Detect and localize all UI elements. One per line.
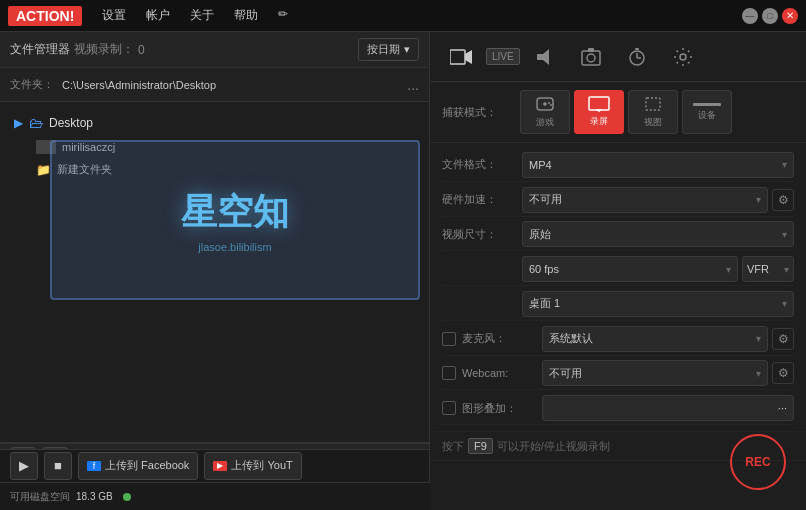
mode-screen[interactable]: 录屏 (574, 90, 624, 134)
mic-dropdown[interactable]: 系统默认 ▾ (542, 326, 768, 352)
nav-account[interactable]: 帐户 (146, 7, 170, 24)
hardware-accel-gear[interactable]: ⚙ (772, 189, 794, 211)
left-toolbar: 文件管理器 视频录制： 0 按日期 ▾ (0, 32, 429, 68)
nav-about[interactable]: 关于 (190, 7, 214, 24)
svg-point-16 (548, 102, 550, 104)
svg-rect-5 (582, 51, 600, 65)
nav-help[interactable]: 帮助 (234, 7, 258, 24)
overlay-checkbox[interactable] (442, 401, 456, 415)
display-arrow: ▾ (782, 298, 787, 309)
audio-tab[interactable] (524, 38, 566, 76)
webcam-checkbox-row: Webcam: (442, 366, 542, 380)
capture-mode-section: 捕获模式： 游戏 (430, 82, 806, 143)
svg-rect-18 (589, 97, 609, 110)
file-format-dropdown[interactable]: MP4 ▾ (522, 152, 794, 178)
minimize-button[interactable]: — (742, 8, 758, 24)
video-resolution-text: 原始 (529, 227, 551, 242)
disk-space: 可用磁盘空间 18.3 GB (0, 482, 430, 510)
video-resolution-row: 视频尺寸： 原始 ▾ (442, 219, 794, 252)
fps-arrow: ▾ (726, 264, 731, 275)
hardware-accel-dropdown[interactable]: 不可用 ▾ (522, 187, 768, 213)
hardware-accel-value: 不可用 ▾ ⚙ (522, 187, 794, 213)
mode-region-label: 视图 (644, 116, 662, 129)
webcam-checkbox[interactable] (442, 366, 456, 380)
facebook-upload-button[interactable]: f 上传到 Facebook (78, 452, 198, 480)
folder-path: C:\Users\Administrator\Desktop (62, 79, 399, 91)
vfr-arrow: ▾ (784, 264, 789, 275)
mode-region[interactable]: 视图 (628, 90, 678, 134)
video-record-tab[interactable] (440, 38, 482, 76)
device-line-icon (693, 103, 721, 106)
overlay-label: 图形叠加： (462, 401, 542, 416)
sort-button[interactable]: 按日期 ▾ (358, 38, 419, 61)
youtube-label: 上传到 YouT (231, 458, 292, 473)
video-resolution-dropdown[interactable]: 原始 ▾ (522, 221, 794, 247)
hardware-accel-label: 硬件加速： (442, 192, 522, 207)
stop-button[interactable]: ■ (44, 452, 72, 480)
webcam-row: Webcam: 不可用 ▾ ⚙ (442, 358, 794, 391)
path-more-button[interactable]: ... (407, 77, 419, 93)
mode-game[interactable]: 游戏 (520, 90, 570, 134)
live-badge[interactable]: LIVE (486, 48, 520, 65)
nav-menu: 设置 帐户 关于 帮助 ✏ (102, 7, 742, 24)
screenshot-tab[interactable] (570, 38, 612, 76)
subfolder-icon: 📁 (36, 163, 51, 177)
svg-rect-7 (588, 48, 594, 52)
media-bar: ▶ ■ f 上传到 Facebook ▶ 上传到 YouT (0, 449, 429, 483)
rec-label: REC (745, 455, 770, 469)
title-bar: ACTION! 设置 帐户 关于 帮助 ✏ — □ ✕ (0, 0, 806, 32)
svg-marker-3 (465, 50, 472, 64)
mic-gear[interactable]: ⚙ (772, 328, 794, 350)
mic-checkbox[interactable] (442, 332, 456, 346)
vfr-dropdown[interactable]: VFR ▾ (742, 256, 794, 282)
timer-tab[interactable] (616, 38, 658, 76)
facebook-icon: f (87, 461, 101, 471)
folder-arrow-icon: ▶ (14, 116, 23, 130)
facebook-f: f (87, 461, 101, 471)
close-button[interactable]: ✕ (782, 8, 798, 24)
sort-arrow-icon: ▾ (404, 43, 410, 56)
video-count-label: 视频录制： (74, 41, 134, 58)
settings-tab[interactable] (662, 38, 704, 76)
webcam-dropdown[interactable]: 不可用 ▾ (542, 360, 768, 386)
mode-device[interactable]: 设备 (682, 90, 732, 134)
hw-accel-arrow: ▾ (756, 194, 761, 205)
maximize-button[interactable]: □ (762, 8, 778, 24)
hotkey-prefix: 按下 (442, 439, 464, 454)
folder-desktop-label: Desktop (49, 116, 93, 130)
youtube-upload-button[interactable]: ▶ 上传到 YouT (204, 452, 301, 480)
watermark-overlay: 星空知 jlasoe.bilibilism (50, 140, 420, 300)
fps-dropdown[interactable]: 60 fps ▾ (522, 256, 738, 282)
mic-text: 系统默认 (549, 331, 593, 346)
webcam-gear[interactable]: ⚙ (772, 362, 794, 384)
svg-rect-21 (646, 98, 660, 110)
display-value: 桌面 1 ▾ (522, 291, 794, 317)
youtube-play: ▶ (213, 461, 227, 471)
fps-value: 60 fps ▾ VFR ▾ (522, 256, 794, 282)
hardware-accel-text: 不可用 (529, 192, 562, 207)
overlay-more-btn[interactable]: ··· (542, 395, 794, 421)
svg-rect-11 (635, 48, 639, 50)
svg-rect-2 (450, 50, 465, 64)
nav-settings[interactable]: 设置 (102, 7, 126, 24)
display-row: 桌面 1 ▾ (442, 288, 794, 321)
webcam-text: 不可用 (549, 366, 582, 381)
svg-marker-4 (537, 49, 549, 65)
mode-screen-label: 录屏 (590, 115, 608, 128)
file-manager-label: 文件管理器 (10, 41, 70, 58)
stop-icon: ■ (54, 458, 62, 473)
mode-icons: 游戏 录屏 视图 (520, 90, 732, 134)
nav-pencil[interactable]: ✏ (278, 7, 288, 24)
overlay-value: ··· (542, 395, 794, 421)
display-dropdown[interactable]: 桌面 1 ▾ (522, 291, 794, 317)
fps-text: 60 fps (529, 263, 559, 275)
mic-row: 麦克风： 系统默认 ▾ ⚙ (442, 323, 794, 356)
youtube-icon: ▶ (213, 461, 227, 471)
play-button[interactable]: ▶ (10, 452, 38, 480)
capture-mode-row: 捕获模式： 游戏 (442, 90, 794, 134)
rec-button[interactable]: REC (730, 434, 786, 490)
overlay-row: 图形叠加： ··· (442, 392, 794, 425)
svg-point-12 (680, 54, 686, 60)
tree-folder-desktop[interactable]: ▶ 🗁 Desktop (0, 110, 429, 136)
file-format-row: 文件格式： MP4 ▾ (442, 149, 794, 182)
